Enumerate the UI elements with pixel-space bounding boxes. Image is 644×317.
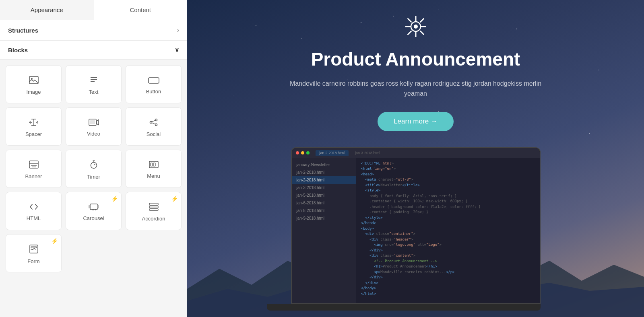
block-image[interactable]: Image — [6, 65, 62, 103]
svg-line-54 — [408, 31, 411, 35]
block-carousel[interactable]: ⚡ Carousel — [66, 192, 122, 230]
code-line-5: <title>Newsletter</title> — [361, 183, 535, 188]
code-line-19: <!-- Product Announcement --> — [361, 259, 535, 264]
code-line-11: </style> — [361, 215, 535, 221]
text-icon — [89, 76, 98, 86]
block-video-label: Video — [87, 131, 100, 137]
code-line-20: <h1>Product Announcement</h1> — [361, 264, 535, 270]
svg-rect-44 — [31, 247, 37, 248]
block-form[interactable]: ⚡ Form — [6, 234, 62, 272]
block-menu-label: Menu — [147, 173, 160, 179]
block-image-label: Image — [26, 89, 41, 95]
laptop-base — [267, 304, 541, 311]
svg-line-29 — [94, 164, 95, 165]
spacer-icon — [29, 118, 38, 128]
form-badge-icon: ⚡ — [51, 238, 58, 244]
code-line-13: <body> — [361, 226, 535, 232]
button-icon — [148, 76, 159, 85]
image-icon — [29, 76, 39, 86]
code-line-1: <!DOCTYPE html> — [361, 161, 535, 167]
code-line-10: .content { padding: 20px; } — [361, 210, 535, 215]
block-timer[interactable]: Timer — [66, 150, 122, 188]
code-line-24: </body> — [361, 286, 535, 291]
svg-rect-40 — [149, 206, 158, 208]
tab-bar: jan-2-2018.html jan-3-2018.html — [316, 150, 536, 156]
accordion-badge-icon: ⚡ — [171, 196, 178, 202]
file-entry-8: jan-9-2018.html — [292, 214, 356, 222]
file-entry-1: january-Newsletter — [292, 161, 356, 169]
code-line-22: </div> — [361, 275, 535, 280]
laptop-topbar: jan-2-2018.html jan-3-2018.html — [292, 148, 540, 158]
preview-title: Product Announcement — [311, 49, 520, 70]
file-entry-4: jan-3-2018.html — [292, 184, 356, 191]
code-line-17: </div> — [361, 248, 535, 253]
window-dot-yellow — [301, 151, 304, 154]
code-line-7: body { font-family: Arial, sans-serif; } — [361, 193, 535, 199]
window-dot-green — [306, 151, 310, 154]
block-carousel-label: Carousel — [83, 215, 104, 221]
block-banner[interactable]: Banner — [6, 150, 62, 188]
laptop-mockup: jan-2-2018.html jan-3-2018.html january-… — [187, 147, 644, 311]
tabs-bar: Appearance Content — [0, 0, 187, 20]
preview-content-area: Product Announcement Mandeville carneiro… — [187, 0, 644, 147]
accordion-icon — [149, 203, 159, 212]
block-text[interactable]: Text — [66, 65, 122, 103]
code-line-6: <style> — [361, 188, 535, 193]
block-button[interactable]: Button — [126, 65, 182, 103]
file-entry-2: jan-2-2018.html — [292, 169, 356, 176]
code-line-2: <html lang="en"> — [361, 166, 535, 172]
code-line-4: <meta charset="utf-8"> — [361, 177, 535, 183]
svg-line-20 — [152, 120, 155, 122]
block-button-label: Button — [146, 89, 161, 95]
blocks-section-header[interactable]: Blocks ∨ — [0, 41, 187, 60]
svg-rect-5 — [149, 78, 159, 83]
code-line-9: .header { background-color: #1a1a2e; col… — [361, 204, 535, 210]
window-dot-red — [296, 151, 299, 154]
block-menu[interactable]: Menu — [126, 150, 182, 188]
file-entry-5: jan-5-2018.html — [292, 191, 356, 199]
code-line-18: <div class="content"> — [361, 253, 535, 259]
block-html[interactable]: HTML — [6, 192, 62, 230]
block-social[interactable]: Social — [126, 107, 182, 146]
block-accordion[interactable]: ⚡ Accordion — [126, 192, 182, 230]
svg-rect-34 — [89, 205, 90, 208]
block-video[interactable]: Video — [66, 107, 122, 146]
block-text-label: Text — [89, 89, 99, 95]
file-entry-3: jan-2-2018.html — [292, 176, 356, 184]
svg-line-52 — [420, 31, 423, 35]
block-html-label: HTML — [27, 215, 41, 221]
svg-point-18 — [150, 121, 152, 124]
preview-panel: Product Announcement Mandeville carneiro… — [187, 0, 644, 317]
block-spacer[interactable]: Spacer — [6, 107, 62, 146]
code-line-23: </div> — [361, 280, 535, 286]
block-spacer-label: Spacer — [25, 131, 42, 137]
social-icon — [149, 118, 158, 128]
carousel-badge-icon: ⚡ — [111, 196, 118, 202]
structures-arrow-icon: › — [177, 27, 179, 34]
svg-line-21 — [152, 123, 155, 124]
blocks-grid: Image Text Button — [0, 60, 187, 317]
code-line-14: <div class="container"> — [361, 231, 535, 237]
tab-content[interactable]: Content — [94, 0, 188, 20]
form-icon — [29, 245, 38, 255]
code-line-25: </html> — [361, 291, 535, 297]
svg-rect-16 — [90, 120, 95, 124]
file-tree: january-Newsletter jan-2-2018.html jan-2… — [292, 158, 356, 303]
tab-appearance[interactable]: Appearance — [0, 0, 94, 20]
brand-logo-icon — [405, 16, 426, 37]
structures-section-header[interactable]: Structures › — [0, 20, 187, 41]
carousel-icon — [88, 203, 99, 212]
svg-line-51 — [408, 19, 411, 22]
code-line-3: <head> — [361, 172, 535, 177]
learn-more-button[interactable]: Learn more → — [378, 112, 454, 131]
svg-rect-0 — [29, 76, 38, 84]
structures-label: Structures — [8, 27, 38, 34]
svg-line-53 — [420, 19, 423, 22]
code-line-21: <p>Mandeville carneiro robbins...</p> — [361, 270, 535, 275]
file-entry-6: jan-6-2018.html — [292, 199, 356, 207]
svg-rect-31 — [151, 163, 153, 166]
left-panel: Appearance Content Structures › Blocks ∨… — [0, 0, 187, 317]
svg-rect-33 — [90, 204, 97, 210]
block-social-label: Social — [147, 131, 161, 137]
file-entry-7: jan-8-2018.html — [292, 207, 356, 214]
